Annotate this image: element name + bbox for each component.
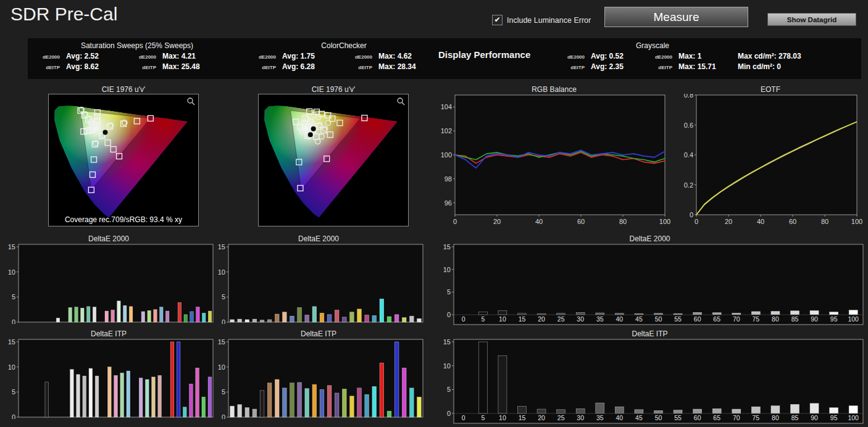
summary-bar: Saturation Sweeps (25% Sweeps) dE2000 Av… bbox=[28, 38, 861, 79]
svg-text:0.4: 0.4 bbox=[684, 151, 693, 159]
checkmark-icon: ✔ bbox=[494, 15, 500, 24]
svg-text:30: 30 bbox=[577, 315, 584, 323]
svg-text:90: 90 bbox=[811, 315, 818, 323]
svg-text:15: 15 bbox=[8, 243, 15, 251]
svg-text:5: 5 bbox=[447, 288, 451, 296]
rgb-balance-plot: 9698100102104020406080100 bbox=[432, 94, 676, 228]
svg-text:85: 85 bbox=[791, 315, 799, 323]
summary-section-title: Saturation Sweeps (25% Sweeps) bbox=[35, 41, 239, 50]
cie-diagram-panel bbox=[258, 94, 409, 226]
deltaeitp-grayscale-chart: DeltaE ITP 05101505101520253035404550556… bbox=[435, 330, 864, 427]
svg-text:80: 80 bbox=[821, 218, 828, 225]
svg-text:55: 55 bbox=[674, 315, 682, 323]
svg-text:0: 0 bbox=[462, 414, 465, 421]
svg-text:20: 20 bbox=[538, 414, 545, 421]
svg-text:70: 70 bbox=[733, 315, 740, 323]
metric-value: Avg: 6.28 bbox=[282, 62, 339, 71]
metric-label: dE2000 bbox=[35, 54, 60, 60]
metric-value: Max: 28.34 bbox=[378, 62, 440, 71]
zoom-icon[interactable] bbox=[396, 97, 405, 106]
chart-title: DeltaE ITP bbox=[2, 330, 215, 338]
svg-text:75: 75 bbox=[753, 315, 760, 323]
app-root: SDR Pre-Cal ✔ Include Luminance Error Me… bbox=[0, 0, 868, 427]
svg-text:45: 45 bbox=[635, 315, 643, 323]
bar-plot: 0510150510152025303540455055606570758085… bbox=[435, 243, 864, 326]
cie-chart-colorchecker: CIE 1976 u'v' bbox=[258, 85, 409, 226]
chart-title: CIE 1976 u'v' bbox=[258, 85, 409, 94]
svg-text:100: 100 bbox=[851, 218, 862, 225]
svg-text:5: 5 bbox=[12, 388, 15, 396]
bar-plot: 0510150510152025303540455055606570758085… bbox=[435, 338, 864, 425]
min-luminance-value: Min cd/m²: 0 bbox=[738, 62, 837, 71]
summary-saturation-sweeps: Saturation Sweeps (25% Sweeps) dE2000 Av… bbox=[35, 41, 239, 71]
metric-label: dEITP bbox=[345, 65, 372, 70]
show-datagrid-button[interactable]: Show Datagrid bbox=[767, 13, 856, 26]
svg-text:30: 30 bbox=[577, 414, 584, 421]
svg-text:0: 0 bbox=[462, 315, 465, 323]
chart-title: DeltaE ITP bbox=[435, 330, 864, 338]
page-title: SDR Pre-Cal bbox=[10, 4, 117, 25]
svg-text:60: 60 bbox=[694, 414, 701, 421]
svg-text:10: 10 bbox=[499, 414, 506, 421]
summary-grayscale: Grayscale dE2000 Avg: 0.52 dE2000 Max: 1… bbox=[560, 41, 856, 71]
metric-value: Avg: 8.62 bbox=[66, 62, 123, 71]
svg-text:100: 100 bbox=[441, 151, 452, 159]
include-luminance-checkbox[interactable]: ✔ Include Luminance Error bbox=[492, 15, 591, 25]
svg-text:104: 104 bbox=[441, 103, 452, 110]
svg-text:0: 0 bbox=[222, 318, 225, 324]
svg-text:45: 45 bbox=[635, 414, 643, 421]
metric-value: Avg: 2.35 bbox=[591, 62, 639, 71]
metric-label: dEITP bbox=[251, 65, 276, 70]
summary-section-title: Grayscale bbox=[560, 41, 745, 50]
chart-title: RGB Balance bbox=[432, 85, 676, 94]
metric-value: Avg: 0.52 bbox=[591, 52, 639, 60]
metric-label: dE2000 bbox=[345, 54, 372, 60]
metric-value: Avg: 2.52 bbox=[66, 52, 123, 60]
eotf-chart: EOTF 00.20.40.60.8020406080100 bbox=[678, 85, 863, 231]
svg-text:5: 5 bbox=[222, 293, 225, 301]
cie-horseshoe bbox=[259, 94, 408, 226]
svg-text:95: 95 bbox=[830, 315, 838, 323]
metric-value: Max: 4.62 bbox=[378, 52, 440, 60]
svg-text:0: 0 bbox=[447, 311, 451, 318]
checkbox-icon[interactable]: ✔ bbox=[492, 15, 503, 25]
metric-value: Max: 1 bbox=[678, 52, 732, 60]
svg-text:10: 10 bbox=[443, 266, 451, 273]
chart-title: EOTF bbox=[678, 85, 863, 94]
coverage-label: Coverage rec.709/sRGB: 93.4 % xy bbox=[49, 215, 198, 224]
svg-text:0.8: 0.8 bbox=[684, 94, 693, 99]
svg-text:35: 35 bbox=[596, 414, 604, 421]
svg-text:20: 20 bbox=[538, 315, 545, 323]
svg-text:5: 5 bbox=[447, 386, 451, 393]
rgb-balance-chart: RGB Balance 9698100102104020406080100 bbox=[432, 85, 676, 231]
include-luminance-label: Include Luminance Error bbox=[507, 16, 591, 25]
svg-text:0: 0 bbox=[12, 413, 15, 419]
svg-text:40: 40 bbox=[757, 218, 764, 225]
deltae2000-saturation-chart: DeltaE 2000 051015 bbox=[2, 234, 215, 326]
chart-title: DeltaE 2000 bbox=[212, 234, 425, 243]
svg-text:95: 95 bbox=[830, 414, 838, 421]
svg-text:0.2: 0.2 bbox=[684, 181, 693, 189]
metric-label: dE2000 bbox=[129, 54, 156, 60]
svg-text:5: 5 bbox=[222, 388, 225, 396]
svg-text:90: 90 bbox=[811, 414, 818, 421]
svg-text:15: 15 bbox=[519, 414, 526, 421]
svg-text:50: 50 bbox=[655, 414, 662, 421]
svg-text:15: 15 bbox=[218, 338, 225, 346]
max-luminance-value: Max cd/m²: 278.03 bbox=[738, 52, 837, 60]
svg-text:100: 100 bbox=[848, 315, 859, 323]
svg-text:5: 5 bbox=[481, 414, 485, 421]
svg-text:10: 10 bbox=[443, 362, 451, 370]
svg-text:40: 40 bbox=[616, 315, 624, 323]
svg-text:15: 15 bbox=[8, 338, 15, 346]
svg-text:50: 50 bbox=[655, 315, 662, 323]
svg-text:60: 60 bbox=[577, 218, 585, 225]
svg-text:100: 100 bbox=[848, 414, 859, 421]
zoom-icon[interactable] bbox=[186, 97, 195, 106]
bar-plot: 051015 bbox=[2, 338, 215, 419]
measure-button[interactable]: Measure bbox=[604, 7, 748, 27]
svg-text:5: 5 bbox=[12, 293, 15, 301]
metric-value: Avg: 1.75 bbox=[282, 52, 339, 60]
svg-text:40: 40 bbox=[616, 414, 624, 421]
svg-text:15: 15 bbox=[443, 243, 451, 251]
